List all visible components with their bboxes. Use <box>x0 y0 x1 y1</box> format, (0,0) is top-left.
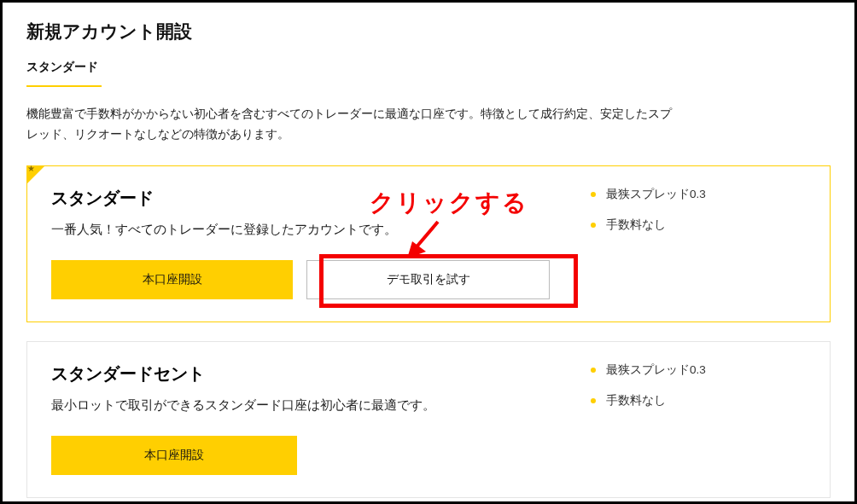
card-description: 一番人気！すべてのトレーダーに登録したアカウントです。 <box>51 222 550 238</box>
card-features: 最狭スプレッド0.3 手数料なし <box>574 166 830 322</box>
feature-item: 手数料なし <box>591 217 813 233</box>
open-real-account-button[interactable]: 本口座開設 <box>51 260 293 299</box>
card-features: 最狭スプレッド0.3 手数料なし <box>574 342 830 497</box>
card-title: スタンダードセント <box>51 362 550 385</box>
card-title: スタンダード <box>51 187 550 210</box>
feature-item: 手数料なし <box>591 393 813 408</box>
feature-label: 手数料なし <box>606 393 666 408</box>
feature-label: 最狭スプレッド0.3 <box>606 187 706 202</box>
feature-item: 最狭スプレッド0.3 <box>591 362 813 378</box>
card-description: 最小ロットで取引ができるスタンダード口座は初心者に最適です。 <box>51 397 550 414</box>
subtitle-label: スタンダード <box>26 60 102 80</box>
open-real-account-button[interactable]: 本口座開設 <box>51 436 297 475</box>
bullet-icon <box>591 398 596 403</box>
feature-item: 最狭スプレッド0.3 <box>591 187 813 202</box>
try-demo-button[interactable]: デモ取引を試す <box>306 260 550 299</box>
card-main: スタンダードセント 最小ロットで取引ができるスタンダード口座は初心者に最適です。… <box>27 342 574 497</box>
page-title: 新規アカウント開設 <box>26 20 831 43</box>
star-icon: ★ <box>27 164 35 173</box>
account-card-standard: ★ スタンダード 一番人気！すべてのトレーダーに登録したアカウントです。 本口座… <box>26 165 831 322</box>
card-main: スタンダード 一番人気！すべてのトレーダーに登録したアカウントです。 本口座開設… <box>27 166 574 322</box>
bullet-icon <box>591 368 596 373</box>
bullet-icon <box>591 223 596 228</box>
section-description: 機能豊富で手数料がかからない初心者を含むすべてのトレーダーに最適な口座です。特徴… <box>26 104 675 145</box>
subtitle-underline <box>26 85 102 87</box>
subtitle-tab: スタンダード <box>26 60 102 87</box>
feature-label: 最狭スプレッド0.3 <box>606 362 706 378</box>
account-card-standard-cent: スタンダードセント 最小ロットで取引ができるスタンダード口座は初心者に最適です。… <box>26 341 831 498</box>
feature-label: 手数料なし <box>606 217 666 233</box>
button-row: 本口座開設 <box>51 436 550 475</box>
bullet-icon <box>591 192 596 197</box>
button-row: 本口座開設 デモ取引を試す <box>51 260 550 299</box>
